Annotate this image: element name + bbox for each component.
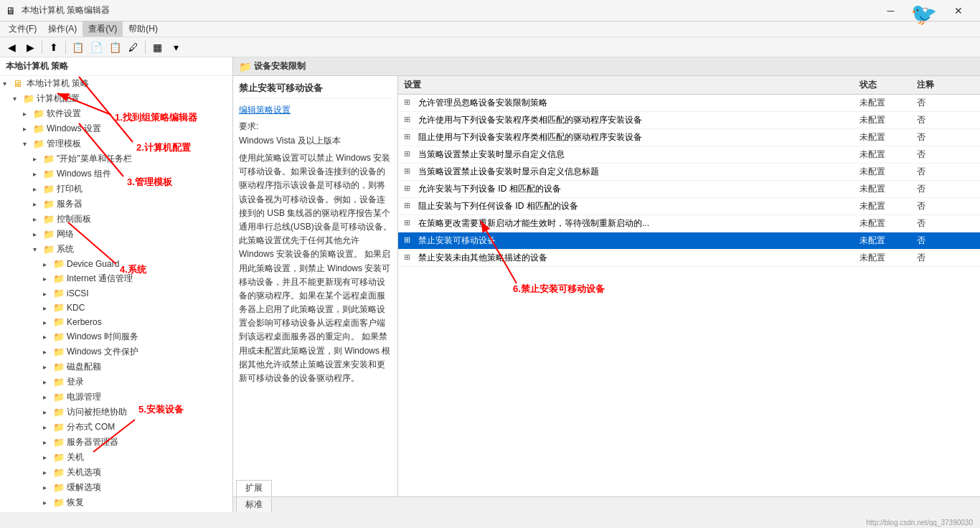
row-icon-8: ⊞ [404,235,415,247]
panel-header-icon: 📁 [239,61,251,72]
close-button[interactable]: ✕ [942,0,974,22]
row-status-5: 未配置 [859,183,917,195]
tree-label-mitigation: 缓解选项 [67,481,101,494]
tree-folder-icon-login: 📁 [53,377,65,388]
tab-扩展[interactable]: 扩展 [236,480,272,496]
tabs-container: 扩展标准 [236,480,273,512]
row-status-4: 未配置 [859,166,917,178]
row-note-3: 否 [917,148,974,161]
row-icon-7: ⊞ [404,218,415,230]
settings-row-6[interactable]: ⊞阻止安装与下列任何设备 ID 相匹配的设备未配置否 [398,198,980,215]
tree-item-srvmgr[interactable]: ▸📁服务器管理器 [0,435,232,450]
tree-item-shutdown[interactable]: ▸📁关机 [0,450,232,465]
tree-container: ▾🖥本地计算机 策略▾📁计算机配置▸📁软件设置▸📁Windows 设置▾📁管理模… [0,76,232,512]
tree-label-system: 系统 [57,243,74,255]
tree-item-login[interactable]: ▸📁登录 [0,374,232,390]
edit-policy-link[interactable]: 编辑策略设置 [239,105,291,115]
settings-row-5[interactable]: ⊞允许安装与下列设备 ID 相匹配的设备未配置否 [398,181,980,198]
properties-button[interactable]: 🖊 [125,39,142,55]
tree-label-network: 网络 [57,228,74,240]
tree-item-shutopt[interactable]: ▸📁关机选项 [0,465,232,480]
tree-item-local[interactable]: ▾🖥本地计算机 策略 [0,76,232,91]
tree-folder-icon-customize: 📁 [43,154,55,165]
tree-item-script[interactable]: ▸📁脚本 [0,510,232,512]
tree-item-server[interactable]: ▸📁服务器 [0,197,232,212]
tree-label-accessdeny: 访问被拒绝协助 [67,406,127,418]
row-status-9: 未配置 [859,252,917,264]
view-button[interactable]: ▦ [149,39,166,55]
settings-row-3[interactable]: ⊞当策略设置禁止安装时显示自定义信息未配置否 [398,146,980,164]
tree-item-fileprot[interactable]: ▸📁Windows 文件保护 [0,344,232,359]
tree-label-fileprot: Windows 文件保护 [67,346,138,358]
tree-folder-icon-iscsi: 📁 [53,288,65,299]
tab-标准[interactable]: 标准 [236,496,272,512]
row-note-5: 否 [917,183,974,195]
tree-item-timeserv[interactable]: ▸📁Windows 时间服务 [0,329,232,344]
tree-item-wincomp[interactable]: ▸📁Windows 组件 [0,166,232,182]
tree-item-printer[interactable]: ▸📁打印机 [0,182,232,197]
tree-item-diskquota[interactable]: ▸📁磁盘配额 [0,359,232,374]
tree-item-distcom[interactable]: ▸📁分布式 COM [0,420,232,435]
col-header-status: 状态 [859,79,917,91]
row-note-6: 否 [917,200,974,212]
menu-help[interactable]: 帮助(H) [123,22,164,37]
tree-item-mitigation[interactable]: ▸📁缓解选项 [0,480,232,495]
tree-item-software[interactable]: ▸📁软件设置 [0,106,232,121]
row-label-5: 允许安装与下列设备 ID 相匹配的设备 [418,183,859,195]
row-note-4: 否 [917,166,974,178]
tree-item-power[interactable]: ▸📁电源管理 [0,390,232,405]
detail-title: 禁止安装可移动设备 [239,82,392,98]
detail-pane: 禁止安装可移动设备 编辑策略设置 要求: Windows Vista 及以上版本… [233,76,398,496]
tree-item-windows[interactable]: ▸📁Windows 设置 [0,121,232,136]
tree-item-accessdeny[interactable]: ▸📁访问被拒绝协助 [0,405,232,420]
tree-item-iscsi[interactable]: ▸📁iSCSI [0,286,232,301]
tree-item-system[interactable]: ▾📁系统 [0,242,232,257]
back-button[interactable]: ◀ [3,39,20,55]
tree-arrow-printer: ▸ [33,185,43,193]
row-label-4: 当策略设置禁止设备安装时显示自定义信息标题 [418,166,859,178]
show-hide-button[interactable]: 📋 [69,39,86,55]
tree-item-customize[interactable]: ▸📁"开始"菜单和任务栏 [0,151,232,166]
req-text: Windows Vista 及以上版本 [239,134,392,147]
tree-item-control[interactable]: ▸📁控制面板 [0,212,232,227]
tree-item-computer[interactable]: ▾📁计算机配置 [0,91,232,106]
settings-row-4[interactable]: ⊞当策略设置禁止设备安装时显示自定义信息标题未配置否 [398,164,980,181]
toolbar-separator-1 [42,41,42,54]
settings-row-1[interactable]: ⊞允许使用与下列设备安装程序类相匹配的驱动程序安装设备未配置否 [398,112,980,129]
settings-row-9[interactable]: ⊞禁止安装未由其他策略描述的设备未配置否 [398,250,980,267]
tree-label-iscsi: iSCSI [67,288,89,298]
filter-button[interactable]: ▾ [167,39,184,55]
tree-item-restore[interactable]: ▸📁恢复 [0,495,232,510]
menu-view[interactable]: 查看(V) [83,22,123,37]
edit-link[interactable]: 编辑策略设置 [239,104,392,116]
title-bar: 🖥 本地计算机 策略编辑器 🐦 ─ □ ✕ [0,0,980,22]
paste-button[interactable]: 📋 [106,39,123,55]
row-note-2: 否 [917,131,974,143]
row-status-2: 未配置 [859,131,917,143]
row-label-3: 当策略设置禁止安装时显示自定义信息 [418,148,859,161]
forward-button[interactable]: ▶ [22,39,39,55]
menu-action[interactable]: 操作(A) [42,22,83,37]
tree-arrow-wincomp: ▸ [33,170,43,178]
settings-row-0[interactable]: ⊞允许管理员忽略设备安装限制策略未配置否 [398,95,980,112]
settings-row-2[interactable]: ⊞阻止使用与下列设备安装程序类相匹配的驱动程序安装设备未配置否 [398,129,980,146]
menu-file[interactable]: 文件(F) [3,22,42,37]
tree-arrow-diskquota: ▸ [43,363,53,371]
settings-row-7[interactable]: ⊞在策略更改需要重新启动才能生效时，等待强制重新启动的...未配置否 [398,215,980,232]
copy-button[interactable]: 📄 [88,39,105,55]
tree-item-network[interactable]: ▸📁网络 [0,227,232,242]
tree-arrow-srvmgr: ▸ [43,438,53,446]
up-button[interactable]: ⬆ [45,39,62,55]
tree-item-admin[interactable]: ▾📁管理模板 [0,136,232,151]
tree-arrow-login: ▸ [43,378,53,386]
tree-label-srvmgr: 服务器管理器 [67,436,118,448]
tree-item-kdc[interactable]: ▸📁KDC [0,301,232,315]
settings-row-8[interactable]: ⊞禁止安装可移动设备未配置否 [398,232,980,250]
tree-label-control: 控制面板 [57,213,91,225]
tree-item-dguard[interactable]: ▸📁Device Guard [0,257,232,271]
minimize-button[interactable]: ─ [875,0,907,22]
tree-item-internet[interactable]: ▸📁Internet 通信管理 [0,271,232,286]
row-icon-1: ⊞ [404,115,415,126]
tree-arrow-computer: ▾ [13,95,23,103]
tree-item-kerberos[interactable]: ▸📁Kerberos [0,315,232,329]
